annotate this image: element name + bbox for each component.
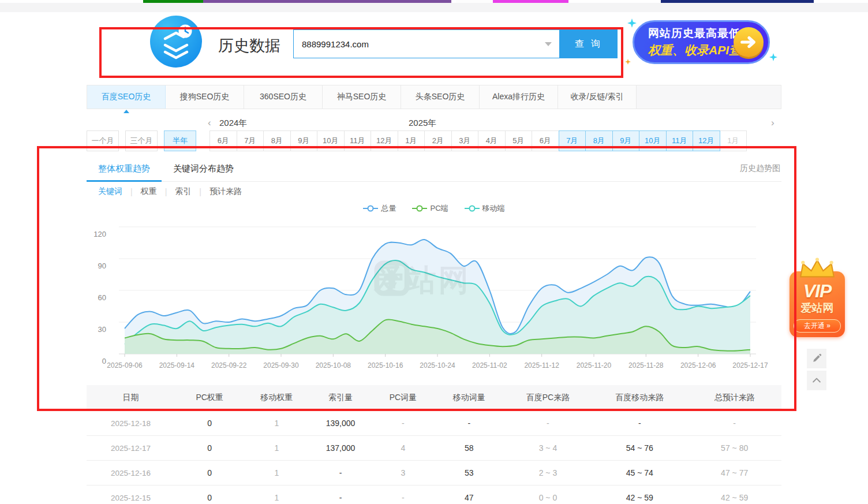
trend-header: 整体权重趋势关键词分布趋势历史趋势图 <box>87 156 781 182</box>
legend-label: 总量 <box>381 203 396 214</box>
month-cell[interactable]: 8月 <box>263 130 291 151</box>
metric-权重[interactable]: 权重 <box>141 186 157 197</box>
dropdown-arrow-icon[interactable] <box>545 42 552 46</box>
legend-PC端[interactable]: PC端 <box>412 203 448 214</box>
month-cell[interactable]: 10月 <box>317 130 345 151</box>
cell: 0 <box>175 443 244 453</box>
pencil-icon <box>811 353 822 364</box>
x-tick-label: 2025-11-28 <box>628 361 664 369</box>
cell: 0 ~ 0 <box>504 493 592 502</box>
cell: - <box>309 468 372 477</box>
tab-搜狗SEO历史[interactable]: 搜狗SEO历史 <box>166 85 244 109</box>
table-row[interactable]: 2025-12-1801139,000----- <box>87 411 781 436</box>
metric-关键词[interactable]: 关键词 <box>98 186 122 197</box>
trend-tab-关键词分布趋势[interactable]: 关键词分布趋势 <box>162 156 245 181</box>
strip-segment <box>143 0 203 3</box>
vip-cta-button[interactable]: 去开通 » <box>794 319 841 333</box>
month-cell[interactable]: 10月 <box>639 130 667 151</box>
month-cell[interactable]: 7月 <box>559 130 586 151</box>
seo-tabs: 百度SEO历史搜狗SEO历史360SEO历史神马SEO历史头条SEO历史Alex… <box>87 85 781 109</box>
column-header-PC权重: PC权重 <box>175 393 244 403</box>
back-to-top-button[interactable] <box>807 371 826 390</box>
x-tick-label: 2025-10-24 <box>420 361 455 369</box>
y-tick-label: 0 <box>102 357 106 365</box>
aizhan-logo-icon <box>374 260 410 296</box>
vip-widget[interactable]: VIP 爱站网 去开通 » <box>790 271 845 337</box>
legend-总量[interactable]: 总量 <box>363 203 396 214</box>
cell: - <box>504 419 592 428</box>
promo-arrow-icon[interactable] <box>734 27 764 57</box>
month-cell[interactable]: 7月 <box>237 130 264 151</box>
strip-segment <box>203 0 451 3</box>
x-tick-label: 2025-11-02 <box>472 361 507 369</box>
month-cell[interactable]: 12月 <box>371 130 398 151</box>
month-cell[interactable]: 11月 <box>344 130 372 151</box>
tab-Alexa排行历史[interactable]: Alexa排行历史 <box>480 85 558 109</box>
edit-button[interactable] <box>807 349 826 368</box>
tab-神马SEO历史[interactable]: 神马SEO历史 <box>323 85 401 109</box>
sparkle-icon <box>769 53 777 61</box>
tab-头条SEO历史[interactable]: 头条SEO历史 <box>401 85 480 109</box>
cell: 54 ~ 76 <box>592 443 687 453</box>
cell: 1 <box>244 493 309 502</box>
sparkle-icon <box>627 18 637 28</box>
legend-marker-icon <box>363 204 378 212</box>
cell: 3 <box>372 468 434 477</box>
chevron-up-icon <box>811 375 822 386</box>
table-row[interactable]: 2025-12-1601-3532 ~ 345 ~ 7447 ~ 77 <box>87 461 781 486</box>
query-button[interactable]: 查 询 <box>560 29 618 58</box>
cell: 45 ~ 74 <box>592 468 687 477</box>
table-row[interactable]: 2025-12-1701137,0004583 ~ 454 ~ 7657 ~ 8… <box>87 436 781 461</box>
next-year-icon[interactable]: › <box>771 117 775 129</box>
month-cell[interactable]: 3月 <box>451 130 479 151</box>
cell: 57 ~ 80 <box>687 443 781 453</box>
cell: 139,000 <box>309 419 372 428</box>
cell: 42 ~ 59 <box>592 493 687 502</box>
legend-移动端[interactable]: 移动端 <box>465 203 505 214</box>
trend-tab-整体权重趋势[interactable]: 整体权重趋势 <box>87 156 162 181</box>
month-cell[interactable]: 9月 <box>612 130 640 151</box>
page-title: 历史数据 <box>218 35 280 56</box>
prev-year-icon[interactable]: ‹ <box>208 117 211 129</box>
month-cell[interactable]: 2月 <box>424 130 452 151</box>
cell: 2025-12-18 <box>87 419 175 428</box>
cell: 0 <box>175 493 244 502</box>
date-filter-row: 一个月三个月半年 6月7月8月9月10月11月12月1月2月3月4月5月6月7月… <box>87 130 781 151</box>
month-cell[interactable]: 12月 <box>693 130 720 151</box>
period-一个月[interactable]: 一个月 <box>87 130 119 151</box>
table-row[interactable]: 2025-12-1501--470 ~ 042 ~ 5942 ~ 59 <box>87 486 781 504</box>
period-半年[interactable]: 半年 <box>164 130 196 151</box>
column-header-移动权重: 移动权重 <box>244 393 309 403</box>
separator: | <box>199 187 201 196</box>
month-cell[interactable]: 1月 <box>398 130 425 151</box>
metric-预计来路[interactable]: 预计来路 <box>209 186 242 197</box>
metric-filters: 关键词|权重|索引|预计来路 <box>87 182 781 201</box>
month-cell[interactable]: 1月 <box>720 130 747 151</box>
x-tick-label: 2025-09-22 <box>211 361 246 369</box>
crown-icon <box>796 257 839 279</box>
month-cell[interactable]: 5月 <box>505 130 533 151</box>
cell: 2025-12-15 <box>87 494 175 502</box>
search-box <box>293 29 560 58</box>
x-tick-label: 2025-09-06 <box>107 361 142 369</box>
tab-360SEO历史[interactable]: 360SEO历史 <box>244 85 323 109</box>
chart-plot: 爱站网 <box>119 222 756 359</box>
month-cell[interactable]: 11月 <box>666 130 694 151</box>
domain-input[interactable] <box>294 30 559 58</box>
month-cell[interactable]: 9月 <box>290 130 318 151</box>
metric-索引[interactable]: 索引 <box>175 186 191 197</box>
legend-marker-icon <box>412 204 427 212</box>
tab-收录/反链/索引[interactable]: 收录/反链/索引 <box>558 85 637 109</box>
period-三个月[interactable]: 三个月 <box>125 130 158 151</box>
month-cell[interactable]: 6月 <box>209 130 237 151</box>
month-cell[interactable]: 4月 <box>478 130 506 151</box>
tab-百度SEO历史[interactable]: 百度SEO历史 <box>87 85 166 109</box>
api-promo-banner[interactable]: 网站历史最高最低 权重、收录API查询 <box>633 20 770 64</box>
cell: 4 <box>372 443 434 453</box>
legend-label: PC端 <box>430 203 448 214</box>
month-cell[interactable]: 8月 <box>585 130 613 151</box>
vip-brand: 爱站网 <box>790 301 845 316</box>
x-tick-label: 2025-10-08 <box>316 361 351 369</box>
cell: 1 <box>244 468 309 477</box>
month-cell[interactable]: 6月 <box>532 130 559 151</box>
